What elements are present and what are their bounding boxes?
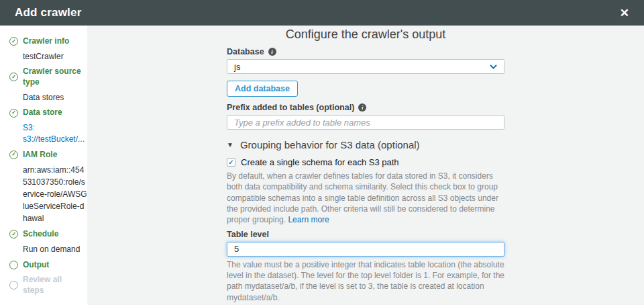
step-complete-icon: ✓ <box>9 37 18 46</box>
step-upcoming-icon <box>9 281 18 290</box>
database-selected-value: js <box>234 62 240 72</box>
database-label: Database i <box>227 47 504 56</box>
sidebar-step-iam-role[interactable]: ✓ IAM Role arn:aws:iam::454531037350:rol… <box>9 150 83 225</box>
triangle-down-icon: ▼ <box>227 142 233 148</box>
step-value-s3-path-link[interactable]: S3: s3://testBucket/... <box>23 122 83 145</box>
sidebar-step-crawler-info[interactable]: ✓ Crawler info testCrawler <box>9 36 83 62</box>
prefix-input[interactable] <box>227 115 504 130</box>
add-database-button[interactable]: Add database <box>227 81 298 97</box>
checkbox-checked-icon[interactable]: ✓ <box>227 158 235 167</box>
database-select[interactable]: js <box>227 59 504 74</box>
step-complete-icon: ✓ <box>9 150 18 159</box>
table-level-input[interactable] <box>227 242 504 257</box>
step-complete-icon: ✓ <box>9 230 18 238</box>
grouping-section-toggle[interactable]: ▼ Grouping behavior for S3 data (optiona… <box>227 139 504 150</box>
step-complete-icon: ✓ <box>9 73 18 81</box>
single-schema-checkbox-label: Create a single schema for each S3 path <box>241 157 399 167</box>
step-value-schedule: Run on demand <box>23 244 83 255</box>
info-icon[interactable]: i <box>268 48 276 56</box>
wizard-steps-sidebar: ✓ Crawler info testCrawler ✓ Crawler sou… <box>0 26 87 305</box>
chevron-down-icon <box>490 64 497 69</box>
add-crawler-modal: Add crawler ✕ ✓ Crawler info testCrawler… <box>0 0 644 305</box>
modal-title: Add crawler <box>15 6 82 19</box>
sidebar-step-crawler-source-type[interactable]: ✓ Crawler source type Data stores <box>9 67 83 103</box>
step-label: Review all steps <box>23 275 83 296</box>
info-icon[interactable]: i <box>358 103 366 112</box>
step-value-crawler-name: testCrawler <box>23 51 83 62</box>
table-level-label: Table level <box>227 230 504 239</box>
step-value-iam-role-arn: arn:aws:iam::454531037350:role/service-r… <box>23 164 89 224</box>
step-label[interactable]: Data store <box>23 107 62 118</box>
sidebar-step-schedule[interactable]: ✓ Schedule Run on demand <box>9 229 83 255</box>
step-label[interactable]: Crawler info <box>23 36 69 47</box>
main-panel: Configure the crawler's output Database … <box>87 26 644 305</box>
modal-header: Add crawler ✕ <box>0 0 644 26</box>
table-level-help-text: The value must be a positive integer tha… <box>227 259 504 303</box>
step-value-source-type: Data stores <box>23 92 83 103</box>
step-current-icon <box>9 261 18 269</box>
prefix-label: Prefix added to tables (optional) i <box>227 103 504 112</box>
page-title: Configure the crawler's output <box>227 26 504 41</box>
single-schema-checkbox-row[interactable]: ✓ Create a single schema for each S3 pat… <box>227 157 504 167</box>
grouping-section-title: Grouping behavior for S3 data (optional) <box>240 139 420 150</box>
step-label[interactable]: Schedule <box>23 229 58 240</box>
close-icon[interactable]: ✕ <box>620 7 629 19</box>
sidebar-step-output[interactable]: Output <box>9 260 83 271</box>
learn-more-link[interactable]: Learn more <box>288 215 329 224</box>
step-label[interactable]: Crawler source type <box>23 67 83 87</box>
step-label[interactable]: Output <box>23 260 49 271</box>
step-label[interactable]: IAM Role <box>23 150 57 161</box>
sidebar-step-data-store[interactable]: ✓ Data store S3: s3://testBucket/... <box>9 107 83 144</box>
sidebar-step-review-all-steps: Review all steps <box>9 275 83 296</box>
grouping-description: By default, when a crawler defines table… <box>227 171 504 226</box>
step-complete-icon: ✓ <box>9 109 18 118</box>
